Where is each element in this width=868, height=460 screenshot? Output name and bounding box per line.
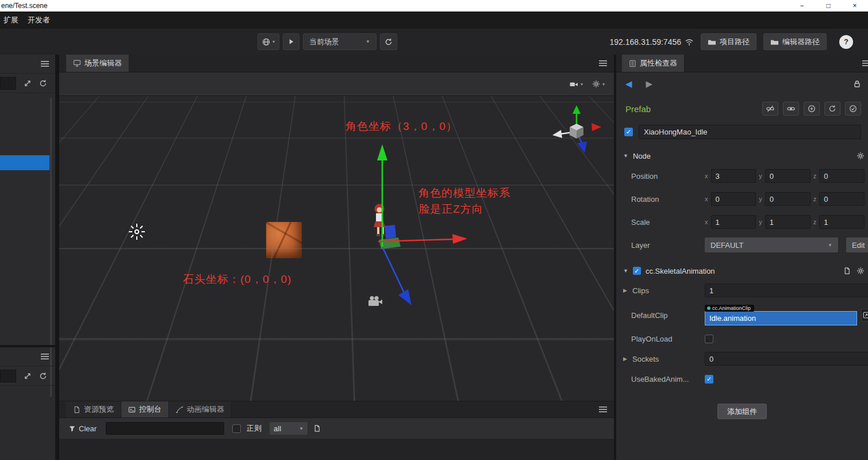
- history-forward-button[interactable]: ▶: [646, 79, 653, 89]
- axis-y-label: y: [759, 172, 762, 179]
- clip-picker-button[interactable]: [861, 309, 868, 321]
- skeletal-animation-header[interactable]: ▼ ✓ cc.SkeletalAnimation: [616, 262, 868, 279]
- refresh-icon[interactable]: [39, 79, 47, 87]
- node-section-header[interactable]: ▼ Node: [616, 147, 868, 164]
- prefab-locate-button[interactable]: [804, 102, 820, 116]
- clips-count-input[interactable]: 1: [705, 283, 868, 297]
- use-baked-checkbox[interactable]: ✓: [705, 375, 713, 384]
- scene-editor-panel: 场景编辑器 ▾ ▾: [59, 55, 614, 460]
- default-clip-input[interactable]: Idle.animation: [705, 311, 857, 325]
- hierarchy-selected-node[interactable]: [0, 155, 49, 170]
- gizmo-nav-x[interactable]: [592, 123, 601, 131]
- console-clear-button[interactable]: Clear: [68, 424, 97, 433]
- position-y-input[interactable]: 0: [765, 169, 811, 183]
- gizmo-nav-y[interactable]: [573, 105, 581, 114]
- orientation-gizmo[interactable]: [548, 102, 611, 165]
- collapse-caret-icon[interactable]: ▼: [623, 268, 628, 274]
- default-clip-row: DefaultClip cc.AnimationClip Idle.animat…: [616, 301, 868, 329]
- tab-inspector[interactable]: 属性检查器: [622, 55, 685, 72]
- console-log-area[interactable]: [59, 439, 614, 460]
- light-gizmo-icon[interactable]: [128, 223, 146, 241]
- hierarchy-search-input[interactable]: [0, 77, 16, 90]
- camera-gizmo-icon[interactable]: [368, 296, 383, 307]
- layer-dropdown[interactable]: DEFAULT ▼: [705, 237, 838, 252]
- console-search-input[interactable]: [106, 422, 224, 435]
- tab-console[interactable]: 控制台: [121, 401, 169, 417]
- prefab-unlink-button[interactable]: [762, 102, 778, 116]
- console-toolbar: Clear 正则 all ▼: [59, 417, 614, 439]
- play-button[interactable]: [283, 33, 299, 50]
- menu-item-developer[interactable]: 开发者: [28, 15, 50, 25]
- scale-y-input[interactable]: 1: [765, 215, 811, 229]
- rotation-label: Rotation: [631, 195, 705, 204]
- position-z-input[interactable]: 0: [819, 169, 865, 183]
- assets-search-input[interactable]: [0, 370, 16, 382]
- preview-target-button[interactable]: ▾: [258, 33, 279, 50]
- rotation-x-input[interactable]: 0: [711, 192, 756, 206]
- expand-icon[interactable]: [24, 372, 32, 380]
- panel-menu-icon[interactable]: [599, 60, 607, 67]
- tab-label: 动画编辑器: [187, 404, 224, 415]
- prefab-restore-button[interactable]: [824, 102, 840, 116]
- prefab-link-button[interactable]: [783, 102, 799, 116]
- character-model[interactable]: [370, 203, 391, 249]
- layer-edit-button[interactable]: Edit: [846, 237, 868, 252]
- add-component-button[interactable]: 添加组件: [717, 404, 767, 419]
- collapse-caret-icon[interactable]: ▼: [623, 153, 628, 159]
- tab-scene-editor[interactable]: 场景编辑器: [66, 55, 129, 72]
- inspector-tabbar: 属性检查器: [616, 55, 868, 72]
- position-x-input[interactable]: 3: [711, 169, 756, 183]
- tab-label: 场景编辑器: [85, 58, 122, 68]
- scale-row: Scale x 1 y 1 z 1: [616, 210, 868, 233]
- component-doc-icon[interactable]: [843, 267, 851, 275]
- stone-model[interactable]: [266, 222, 302, 258]
- editor-path-button[interactable]: 编辑器路径: [763, 33, 827, 50]
- rotation-y-input[interactable]: 0: [765, 192, 811, 206]
- sockets-count-input[interactable]: 0: [705, 352, 868, 366]
- node-name-input[interactable]: XiaoHongMao_Idle: [639, 125, 861, 139]
- panel-menu-icon[interactable]: [599, 406, 607, 413]
- panel-menu-icon[interactable]: [41, 60, 49, 67]
- project-path-button[interactable]: 项目路径: [701, 33, 756, 50]
- maximize-button[interactable]: □: [815, 0, 842, 12]
- panel-menu-icon[interactable]: [862, 60, 868, 67]
- camera-view-dropdown[interactable]: ▾: [570, 80, 583, 88]
- scale-z-input[interactable]: 1: [819, 215, 865, 229]
- tab-animation-editor[interactable]: 动画编辑器: [169, 401, 232, 417]
- position-label: Position: [631, 172, 705, 181]
- menu-item-extensions[interactable]: 扩展: [3, 15, 18, 25]
- prefab-apply-button[interactable]: [845, 102, 861, 116]
- node-name-row: ✓ XiaoHongMao_Idle: [616, 122, 868, 141]
- expander-icon[interactable]: ▶: [623, 288, 628, 293]
- console-filter-dropdown[interactable]: all ▼: [270, 422, 308, 435]
- gizmo-nav-x-neg[interactable]: [552, 130, 562, 138]
- scale-label: Scale: [631, 218, 705, 227]
- scale-x-input[interactable]: 1: [711, 215, 756, 229]
- log-file-icon[interactable]: [313, 424, 321, 432]
- minimize-button[interactable]: −: [789, 0, 815, 12]
- refresh-icon[interactable]: [39, 372, 47, 380]
- refresh-scene-button[interactable]: [380, 33, 397, 50]
- expander-icon[interactable]: ▶: [623, 356, 628, 362]
- scene-viewport[interactable]: 角色坐标（3，0，0） 角色的模型坐标系 脸是正Z方向 石头坐标：(0，0，0): [59, 96, 614, 401]
- tab-asset-preview[interactable]: 资源预览: [66, 401, 121, 417]
- gear-icon[interactable]: [857, 267, 865, 275]
- gizmo-nav-z[interactable]: [577, 141, 587, 153]
- lock-icon[interactable]: [853, 80, 861, 88]
- camera-icon: [570, 80, 578, 88]
- regex-checkbox[interactable]: [232, 424, 241, 433]
- node-active-checkbox[interactable]: ✓: [624, 128, 633, 136]
- rotation-z-input[interactable]: 0: [819, 192, 865, 206]
- viewport-settings-dropdown[interactable]: ▾: [592, 80, 605, 88]
- close-button[interactable]: ×: [842, 0, 868, 12]
- expand-icon[interactable]: [24, 79, 32, 87]
- component-enabled-checkbox[interactable]: ✓: [633, 267, 641, 275]
- gear-icon[interactable]: [857, 152, 865, 160]
- regex-label: 正则: [247, 423, 262, 434]
- scene-select-dropdown[interactable]: 当前场景 ▼: [303, 33, 377, 50]
- history-back-button[interactable]: ◀: [625, 79, 632, 89]
- panel-menu-icon[interactable]: [41, 353, 49, 360]
- help-button[interactable]: ?: [839, 35, 853, 49]
- folder-icon: [770, 38, 779, 46]
- play-on-load-checkbox[interactable]: [705, 335, 713, 343]
